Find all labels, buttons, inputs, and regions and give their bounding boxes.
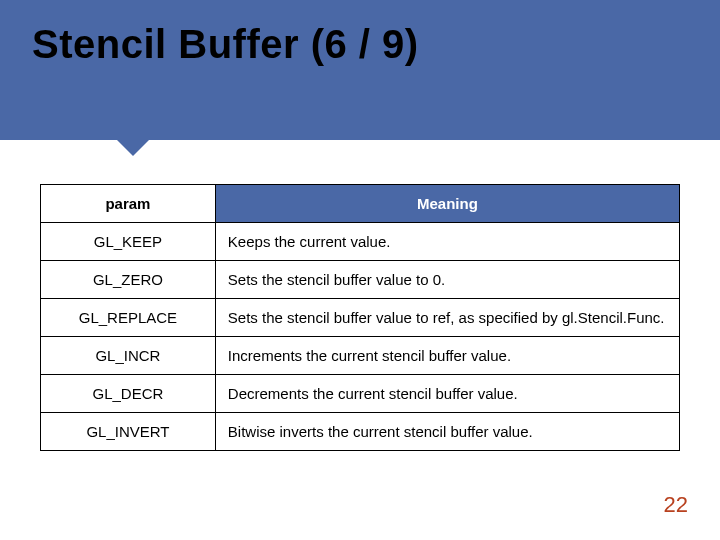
table-row: GL_INVERT Bitwise inverts the current st… [41,413,680,451]
cell-meaning: Sets the stencil buffer value to ref, as… [215,299,679,337]
table-row: GL_DECR Decrements the current stencil b… [41,375,680,413]
cell-param: GL_INVERT [41,413,216,451]
table-header-row: param Meaning [41,185,680,223]
page-number: 22 [664,492,688,518]
cell-param: GL_KEEP [41,223,216,261]
cell-param: GL_REPLACE [41,299,216,337]
page-title: Stencil Buffer (6 / 9) [32,22,419,67]
title-notch-icon [115,138,151,156]
cell-param: GL_DECR [41,375,216,413]
cell-param: GL_INCR [41,337,216,375]
cell-meaning: Keeps the current value. [215,223,679,261]
table-row: GL_INCR Increments the current stencil b… [41,337,680,375]
table-row: GL_REPLACE Sets the stencil buffer value… [41,299,680,337]
cell-meaning: Increments the current stencil buffer va… [215,337,679,375]
title-band: Stencil Buffer (6 / 9) [0,0,720,140]
cell-meaning: Sets the stencil buffer value to 0. [215,261,679,299]
table-row: GL_ZERO Sets the stencil buffer value to… [41,261,680,299]
col-header-param: param [41,185,216,223]
cell-param: GL_ZERO [41,261,216,299]
table-row: GL_KEEP Keeps the current value. [41,223,680,261]
stencil-params-table: param Meaning GL_KEEP Keeps the current … [40,184,680,451]
cell-meaning: Bitwise inverts the current stencil buff… [215,413,679,451]
cell-meaning: Decrements the current stencil buffer va… [215,375,679,413]
col-header-meaning: Meaning [215,185,679,223]
